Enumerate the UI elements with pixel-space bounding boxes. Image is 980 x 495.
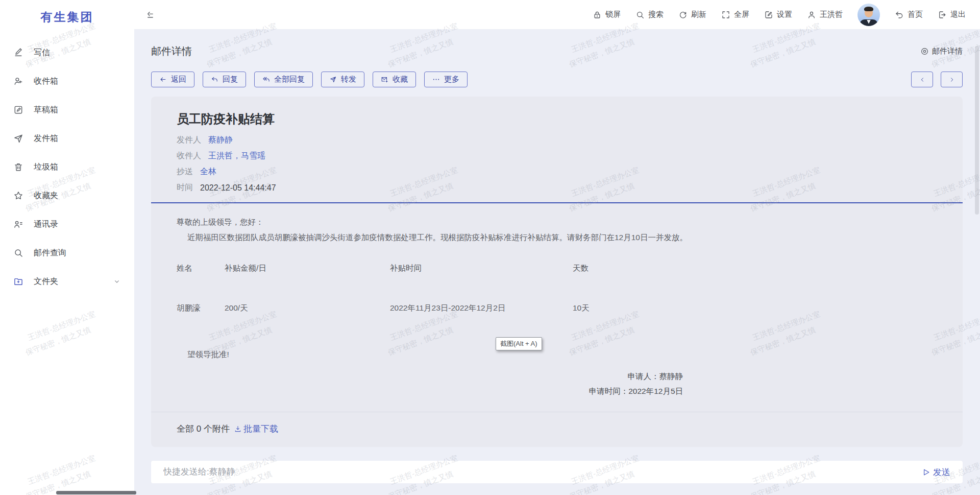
table-cell: 胡鹏濠 [177, 303, 225, 314]
applicant-block: 申请人：蔡静静 申请时间：2022年12月5日 [177, 371, 937, 396]
undo-arrow-icon [895, 10, 904, 19]
lock-icon [593, 10, 602, 19]
lock-screen-button[interactable]: 锁屏 [593, 10, 621, 19]
sidebar-item-trash[interactable]: 垃圾箱 [0, 153, 134, 181]
attachments-divider [151, 412, 963, 412]
table-header-cell: 补贴时间 [390, 263, 573, 274]
reply-all-icon [262, 76, 270, 83]
sidebar-item-label: 通讯录 [34, 219, 58, 230]
download-icon [234, 425, 242, 433]
settings-button[interactable]: 设置 [764, 10, 792, 19]
body-paragraph: 近期福田区数据团队成员胡鹏濠被抽调沙头街道参加疫情数据处理工作。现根据防疫补贴标… [177, 232, 937, 243]
sidebar-nav: 写信 收件箱 草稿箱 发件箱 [0, 38, 134, 296]
avatar[interactable] [857, 4, 880, 26]
drafts-icon [13, 105, 23, 115]
back-button[interactable]: 返回 [151, 72, 194, 87]
topbar: 锁屏 搜索 刷新 [134, 0, 980, 29]
sidebar-item-inbox[interactable]: 收件箱 [0, 67, 134, 96]
batch-download-link[interactable]: 批量下载 [234, 423, 278, 435]
horizontal-scrollbar[interactable] [56, 491, 136, 494]
main-area: 锁屏 搜索 刷新 [134, 0, 980, 495]
location-icon [920, 47, 929, 56]
subsidy-table: 姓名 补贴金额/日 补贴时间 天数 胡鹏濠 200/天 2022年11月23日-… [177, 263, 937, 314]
mail-toolbar: 返回 回复 全部回复 [151, 72, 963, 87]
fullscreen-button[interactable]: 全屏 [721, 10, 749, 19]
quick-send-input[interactable] [163, 467, 922, 477]
refresh-button[interactable]: 刷新 [678, 10, 706, 19]
cc-link[interactable]: 全林 [200, 167, 216, 177]
sidebar-item-sent[interactable]: 发件箱 [0, 124, 134, 153]
sidebar-item-label: 邮件查询 [34, 248, 66, 258]
avatar-hair [864, 7, 873, 11]
logout-icon [938, 10, 947, 19]
back-arrow-icon [159, 76, 167, 83]
favorite-button[interactable]: 收藏 [373, 72, 416, 87]
home-button[interactable]: 首页 [895, 10, 923, 19]
meta-to: 收件人 王洪哲，马雪瑶 [177, 148, 937, 164]
chevron-right-icon [948, 76, 955, 83]
applicant-row: 申请人：蔡静静 [177, 371, 683, 382]
refresh-icon [678, 10, 688, 19]
sidebar-item-label: 草稿箱 [34, 105, 58, 115]
table-header-cell: 姓名 [177, 263, 225, 274]
sidebar-item-favorites[interactable]: 收藏夹 [0, 181, 134, 210]
mail-subject: 员工防疫补贴结算 [177, 111, 937, 127]
meta-body-divider [151, 202, 963, 203]
current-user[interactable]: 王洪哲 [807, 10, 843, 19]
table-cell: 200/天 [225, 303, 390, 314]
mail-meta: 发件人 蔡静静 收件人 王洪哲，马雪瑶 抄送 全林 时间 [177, 132, 937, 196]
mail-time-value: 2022-12-05 14:44:47 [200, 183, 276, 193]
ellipsis-icon [432, 76, 440, 83]
body-greeting: 尊敬的上级领导，您好： [177, 217, 937, 228]
sidebar-item-mail-search[interactable]: 邮件查询 [0, 239, 134, 267]
prev-mail-button[interactable] [911, 72, 933, 87]
sidebar-item-label: 收藏夹 [34, 191, 58, 201]
sidebar-item-label: 写信 [34, 48, 50, 58]
sidebar-item-compose[interactable]: 写信 [0, 38, 134, 67]
logout-button[interactable]: 退出 [938, 10, 966, 19]
sidebar-item-label: 垃圾箱 [34, 162, 58, 173]
search-icon [635, 10, 645, 19]
sidebar-item-folders[interactable]: 文件夹 [0, 267, 134, 296]
more-button[interactable]: 更多 [424, 72, 468, 87]
meta-from: 发件人 蔡静静 [177, 132, 937, 148]
sent-icon [13, 133, 23, 144]
search-button[interactable]: 搜索 [635, 10, 664, 19]
forward-button[interactable]: 转发 [321, 72, 364, 87]
sidebar-item-label: 文件夹 [34, 276, 58, 287]
body-closing: 望领导批准! [177, 349, 937, 360]
compose-icon [13, 48, 23, 58]
next-mail-button[interactable] [941, 72, 963, 87]
sidebar-item-drafts[interactable]: 草稿箱 [0, 96, 134, 124]
meta-cc: 抄送 全林 [177, 164, 937, 180]
reply-icon [211, 76, 218, 83]
vertical-scrollbar[interactable] [975, 46, 979, 215]
applicant-name: 蔡静静 [659, 372, 683, 381]
send-button[interactable]: 发送 [922, 466, 950, 478]
edit-square-icon [764, 10, 773, 19]
contacts-icon [13, 219, 23, 229]
sidebar-item-contacts[interactable]: 通讯录 [0, 210, 134, 239]
reply-button[interactable]: 回复 [203, 72, 246, 87]
star-icon [13, 191, 23, 201]
reply-all-button[interactable]: 全部回复 [254, 72, 313, 87]
chevron-left-icon [919, 76, 926, 83]
recipients-link[interactable]: 王洪哲，马雪瑶 [208, 151, 265, 161]
sender-link[interactable]: 蔡静静 [208, 135, 233, 146]
meta-time: 时间 2022-12-05 14:44:47 [177, 180, 937, 196]
mail-pager [911, 72, 963, 87]
forward-icon [329, 76, 337, 83]
chevron-down-icon[interactable] [113, 277, 121, 286]
trash-icon [13, 162, 23, 172]
screenshot-tooltip: 截图(Alt + A) [496, 337, 542, 350]
inbox-icon [13, 76, 23, 86]
page-title: 邮件详情 [151, 44, 192, 58]
apply-time-row: 申请时间：2022年12月5日 [177, 386, 683, 396]
sidebar-collapse-icon[interactable] [145, 10, 155, 19]
table-cell: 2022年11月23日-2022年12月2日 [390, 303, 573, 314]
table-cell: 10天 [573, 303, 937, 314]
user-icon [807, 10, 816, 19]
mail-body: 尊敬的上级领导，您好： 近期福田区数据团队成员胡鹏濠被抽调沙头街道参加疫情数据处… [151, 217, 963, 396]
quick-send-bar: 发送 [151, 461, 963, 483]
mail-star-icon [381, 76, 388, 83]
